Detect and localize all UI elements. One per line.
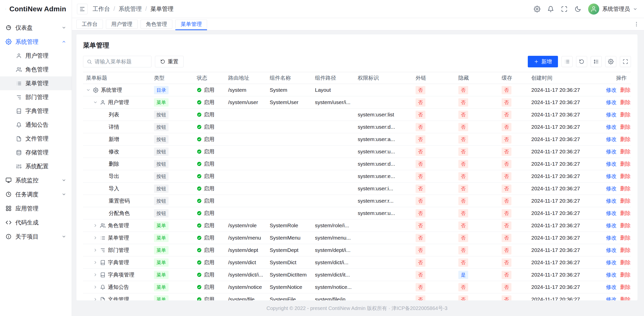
sidebar-item-config[interactable]: 系统配置 — [0, 159, 72, 173]
delete-link[interactable]: 删除 — [620, 247, 631, 253]
delete-link[interactable]: 删除 — [620, 210, 631, 216]
tab-workplace[interactable]: 工作台 — [76, 20, 103, 29]
sidebar-item-user[interactable]: 用户管理 — [0, 49, 72, 63]
delete-link[interactable]: 删除 — [620, 136, 631, 142]
delete-link[interactable]: 删除 — [620, 259, 631, 265]
delete-link[interactable]: 删除 — [620, 124, 631, 130]
sidebar-collapse-button[interactable] — [77, 4, 88, 14]
no-badge: 否 — [416, 135, 425, 144]
breadcrumb-item[interactable]: 系统管理 — [118, 5, 142, 13]
no-badge: 否 — [502, 197, 511, 205]
sidebar-item-system[interactable]: 系统管理 — [0, 35, 72, 49]
status-enabled-icon — [197, 260, 202, 265]
user-menu[interactable]: 系统管理员 — [588, 4, 637, 15]
sidebar-item-codegen[interactable]: 代码生成 — [0, 215, 72, 230]
column-settings-button[interactable] — [605, 56, 616, 67]
reset-button[interactable]: 重置 — [155, 56, 184, 67]
collapse-row-icon[interactable] — [93, 100, 98, 105]
delete-link[interactable]: 删除 — [620, 186, 631, 191]
refresh-icon — [160, 59, 165, 64]
theme-button[interactable] — [575, 6, 581, 12]
sidebar-item-dept[interactable]: 部门管理 — [0, 90, 72, 104]
external-cell: 否 — [413, 183, 455, 195]
expand-row-icon[interactable] — [93, 223, 98, 228]
breadcrumb-separator: / — [113, 6, 115, 12]
menu-management-card: 菜单管理 重置 新增 — [76, 34, 637, 300]
edit-link[interactable]: 修改 — [606, 136, 617, 142]
edit-link[interactable]: 修改 — [606, 247, 617, 253]
delete-link[interactable]: 删除 — [620, 235, 631, 241]
expand-row-icon[interactable] — [93, 273, 98, 277]
edit-link[interactable]: 修改 — [606, 272, 617, 278]
edit-link[interactable]: 修改 — [606, 222, 617, 228]
expand-row-icon[interactable] — [93, 297, 98, 300]
add-button[interactable]: 新增 — [528, 56, 558, 67]
delete-link[interactable]: 删除 — [620, 87, 631, 93]
edit-link[interactable]: 修改 — [606, 235, 617, 241]
edit-link[interactable]: 修改 — [606, 161, 617, 167]
row-height-button[interactable] — [591, 56, 602, 67]
edit-link[interactable]: 修改 — [606, 210, 617, 216]
edit-link[interactable]: 修改 — [606, 99, 617, 105]
search-input[interactable] — [95, 59, 148, 65]
tab-role[interactable]: 角色管理 — [141, 20, 172, 29]
created-time-cell: 2024-11-17 20:36:27 — [528, 293, 601, 301]
expand-row-icon[interactable] — [93, 236, 98, 240]
delete-link[interactable]: 删除 — [620, 112, 631, 117]
edit-link[interactable]: 修改 — [606, 284, 617, 290]
delete-link[interactable]: 删除 — [620, 173, 631, 179]
footer: Copyright © 2022 - present ContiNew Admi… — [76, 300, 637, 316]
sidebar-item-storage[interactable]: 存储管理 — [0, 146, 72, 159]
delete-link[interactable]: 删除 — [620, 99, 631, 105]
tab-more-button[interactable] — [633, 21, 639, 27]
sidebar-item-notice[interactable]: 通知公告 — [0, 118, 72, 132]
delete-link[interactable]: 删除 — [620, 161, 631, 167]
delete-link[interactable]: 删除 — [620, 296, 631, 300]
sidebar-item-app[interactable]: 应用管理 — [0, 201, 72, 215]
sidebar-item-schedule[interactable]: 任务调度 — [0, 187, 72, 201]
operations-cell: 修改删除新增 — [601, 219, 631, 232]
tab-menu[interactable]: 菜单管理 — [175, 20, 207, 29]
tab-user[interactable]: 用户管理 — [106, 20, 138, 29]
logo[interactable]: ContiNew Admin — [0, 0, 72, 18]
edit-link[interactable]: 修改 — [606, 198, 617, 204]
delete-link[interactable]: 删除 — [620, 198, 631, 204]
sidebar-item-about[interactable]: 关于项目 — [0, 230, 72, 244]
delete-link[interactable]: 删除 — [620, 222, 631, 228]
expand-row-icon[interactable] — [93, 260, 98, 265]
expand-row-icon[interactable] — [93, 248, 98, 252]
edit-link[interactable]: 修改 — [606, 173, 617, 179]
edit-link[interactable]: 修改 — [606, 296, 617, 300]
refresh-button[interactable] — [576, 56, 587, 67]
sidebar-item-monitor[interactable]: 系统监控 — [0, 173, 72, 187]
delete-link[interactable]: 删除 — [620, 272, 631, 278]
sidebar-item-file[interactable]: 文件管理 — [0, 132, 72, 146]
external-cell: 否 — [413, 96, 455, 109]
edit-link[interactable]: 修改 — [606, 259, 617, 265]
fullscreen-button[interactable] — [561, 6, 568, 12]
breadcrumb-item[interactable]: 工作台 — [93, 5, 110, 13]
route-cell — [225, 158, 267, 170]
component-path-cell: system/file/in... — [312, 293, 355, 301]
settings-button[interactable] — [534, 6, 540, 12]
delete-link[interactable]: 删除 — [620, 284, 631, 290]
edit-link[interactable]: 修改 — [606, 149, 617, 154]
component-path-cell: system/notice... — [312, 281, 355, 293]
delete-link[interactable]: 删除 — [620, 149, 631, 154]
density-button[interactable] — [561, 56, 573, 67]
density-icon — [564, 59, 570, 64]
sidebar-item-dict[interactable]: 字典管理 — [0, 104, 72, 118]
edit-link[interactable]: 修改 — [606, 124, 617, 130]
no-badge: 否 — [458, 172, 468, 180]
sidebar-item-menu[interactable]: 菜单管理 — [0, 76, 72, 90]
sidebar-item-dashboard[interactable]: 仪表盘 — [0, 21, 72, 35]
edit-link[interactable]: 修改 — [606, 186, 617, 191]
notifications-button[interactable] — [547, 6, 554, 12]
component-name-cell: SystemNotice — [267, 281, 312, 293]
edit-link[interactable]: 修改 — [606, 112, 617, 117]
collapse-row-icon[interactable] — [86, 88, 91, 92]
edit-link[interactable]: 修改 — [606, 87, 617, 93]
sidebar-item-role[interactable]: 角色管理 — [0, 63, 72, 76]
expand-row-icon[interactable] — [93, 285, 98, 289]
fullscreen-button[interactable] — [620, 56, 631, 67]
